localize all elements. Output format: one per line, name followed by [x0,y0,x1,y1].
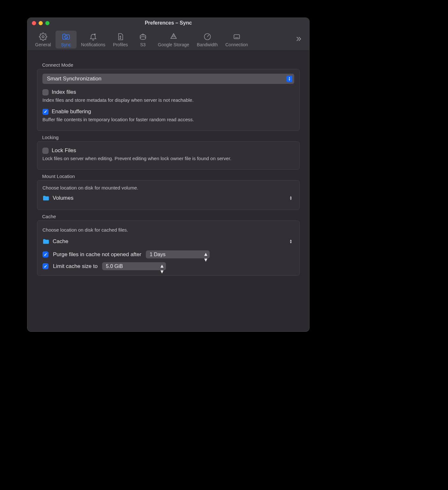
tab-bandwidth[interactable]: Bandwidth [194,31,221,48]
section-cache: Cache [42,214,300,219]
purge-cache-checkbox[interactable] [42,251,49,257]
tab-s3[interactable]: S3 [132,31,153,48]
enable-buffering-label: Enable buffering [52,108,91,115]
chevron-updown-icon: ▲▼ [160,263,165,269]
ethernet-icon [232,32,242,41]
tab-notifications[interactable]: Notifications [78,31,108,48]
limit-cache-label: Limit cache size to [53,263,98,270]
tab-sync[interactable]: Sync [56,31,77,48]
preferences-window: Preferences – Sync General Sync Notifica… [27,18,310,332]
tab-label: Sync [61,42,71,47]
tab-label: Bandwidth [197,42,218,47]
tab-label: S3 [140,42,146,47]
cache-size-select[interactable]: 5.0 GiB ▲▼ [102,262,166,270]
mount-hint: Choose location on disk for mounted volu… [42,185,294,190]
limit-cache-checkbox[interactable] [42,263,49,269]
gauge-icon [203,32,212,41]
index-files-checkbox[interactable] [42,89,49,95]
lock-files-hint: Lock files on server when editing. Preve… [42,156,294,161]
index-files-hint: Index files and store metadata for displ… [42,97,294,103]
enable-buffering-hint: Buffer file contents in temporary locati… [42,117,294,122]
tab-general[interactable]: General [32,31,54,48]
tab-label: General [35,42,51,47]
purge-after-value: 1 Days [150,252,166,257]
lock-files-label: Lock Files [52,147,76,154]
overflow-icon[interactable] [293,33,305,46]
tab-label: Profiles [113,42,128,47]
tab-profiles[interactable]: Profiles [110,31,131,48]
s3-icon [138,32,148,41]
gear-icon [38,32,48,41]
folder-icon [42,239,49,244]
connect-mode-value: Smart Synchronization [47,76,101,82]
chevron-updown-icon: ▲▼ [203,251,209,257]
toolbar: General Sync Notifications Profiles S3 [27,28,309,51]
cache-size-value: 5.0 GiB [106,264,123,269]
enable-buffering-checkbox[interactable] [42,109,49,115]
connect-mode-select[interactable]: Smart Synchronization ▲▼ [42,74,294,84]
sync-folder-icon [61,32,71,41]
section-locking: Locking [42,135,300,140]
bell-icon [88,32,98,41]
tab-connection[interactable]: Connection [222,31,251,48]
section-mount-location: Mount Location [42,174,300,179]
tab-label: Notifications [81,42,105,47]
tab-label: Google Storage [158,42,189,47]
window-title: Preferences – Sync [27,20,309,26]
cache-hint: Choose location on disk for cached files… [42,227,294,233]
folder-icon [42,195,49,201]
section-connect-mode: Connect Mode [42,62,300,68]
document-icon [116,32,125,41]
chevron-updown-icon: ▲▼ [289,196,294,200]
mount-folder-select[interactable]: Volumes ▲▼ [42,194,294,203]
lock-files-checkbox[interactable] [42,148,49,154]
tab-google-storage[interactable]: Google Storage [155,31,192,48]
purge-cache-label: Purge files in cache not opened after [53,251,141,258]
mount-folder-label: Volumes [53,195,73,201]
index-files-label: Index files [52,89,76,95]
titlebar: Preferences – Sync [27,18,309,28]
svg-point-1 [94,33,95,35]
tab-label: Connection [225,42,248,47]
panel-cache: Choose location on disk for cached files… [37,220,300,276]
svg-rect-3 [234,35,239,39]
panel-connect-mode: Smart Synchronization ▲▼ Index files Ind… [37,69,300,131]
chevron-updown-icon: ▲▼ [287,76,292,82]
panel-mount-location: Choose location on disk for mounted volu… [37,180,300,210]
panel-locking: Lock Files Lock files on server when edi… [37,141,300,170]
cache-folder-select[interactable]: Cache ▲▼ [42,237,294,246]
cache-folder-label: Cache [53,238,68,245]
purge-after-select[interactable]: 1 Days ▲▼ [146,250,210,258]
content-area: Connect Mode Smart Synchronization ▲▼ In… [27,51,309,282]
chevron-updown-icon: ▲▼ [289,239,294,244]
svg-point-0 [42,36,44,38]
google-storage-icon [169,32,178,41]
